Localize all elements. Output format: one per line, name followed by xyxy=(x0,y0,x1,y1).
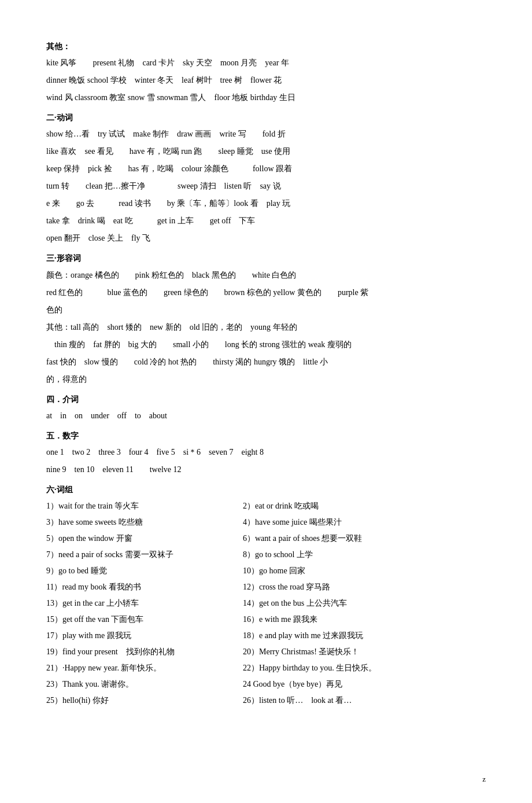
other-nouns-line-2: dinner 晚饭 school 学校 winter 冬天 leaf 树叶 tr… xyxy=(46,72,486,89)
section-verbs-title: 二·动词 xyxy=(46,110,486,125)
prep-line-1: at in on under off to about xyxy=(46,408,486,424)
phrase-rows: 1）wait for the train 等火车2）eat or drink 吃… xyxy=(46,498,486,709)
adj-line-7: 的，得意的 xyxy=(46,371,486,388)
phrase-left-8: 17）play with me 跟我玩 xyxy=(46,628,243,644)
phrase-left-4: 9）go to bed 睡觉 xyxy=(46,563,243,579)
phrase-row-2: 5）open the window 开窗6）want a pair of sho… xyxy=(46,531,486,547)
phrase-left-0: 1）wait for the train 等火车 xyxy=(46,498,243,514)
adj-line-2: red 红色的 blue 蓝色的 green 绿色的 brown 棕色的 yel… xyxy=(46,285,486,301)
verbs-line-1: show 给…看 try 试试 make 制作 draw 画画 write 写 … xyxy=(46,126,486,142)
section-numbers: 五．数字 one 1 two 2 three 3 four 4 five 5 s… xyxy=(46,429,486,478)
section-phrases-title: 六·词组 xyxy=(46,482,486,497)
section-other-nouns-title: 其他： xyxy=(46,39,486,54)
page-content: 其他： kite 风筝 present 礼物 card 卡片 sky 天空 mo… xyxy=(46,39,486,709)
section-phrases: 六·词组 1）wait for the train 等火车2）eat or dr… xyxy=(46,482,486,709)
phrase-left-5: 11）read my book 看我的书 xyxy=(46,579,243,595)
phrase-row-11: 23）Thank you. 谢谢你。24 Good bye（bye bye）再见 xyxy=(46,676,486,693)
phrase-row-8: 17）play with me 跟我玩18）e and play with me… xyxy=(46,628,486,644)
phrase-row-1: 3）have some sweets 吃些糖4）have some juice … xyxy=(46,514,486,531)
verbs-line-6: take 拿 drink 喝 eat 吃 get in 上车 get off 下… xyxy=(46,213,486,229)
section-adjectives-title: 三·形容词 xyxy=(46,251,486,266)
page-footer: z xyxy=(482,772,486,786)
phrase-left-7: 15）get off the van 下面包车 xyxy=(46,612,243,628)
phrase-row-9: 19）find your present 找到你的礼物20）Merry Chri… xyxy=(46,644,486,660)
phrase-right-2: 6）want a pair of shoes 想要一双鞋 xyxy=(243,531,362,547)
phrase-right-9: 20）Merry Christmas! 圣诞快乐！ xyxy=(243,644,359,660)
section-prepositions-title: 四．介词 xyxy=(46,392,486,407)
phrase-right-5: 12）cross the road 穿马路 xyxy=(243,579,330,595)
phrase-right-3: 8）go to school 上学 xyxy=(243,547,313,563)
phrase-row-3: 7）need a pair of socks 需要一双袜子8）go to sch… xyxy=(46,547,486,563)
phrase-right-6: 14）get on the bus 上公共汽车 xyxy=(243,595,347,612)
numbers-line-2: nine 9 ten 10 eleven 11 twelve 12 xyxy=(46,462,486,478)
phrase-right-0: 2）eat or drink 吃或喝 xyxy=(243,498,319,514)
verbs-line-3: keep 保持 pick 捡 has 有，吃喝 colour 涂颜色 follo… xyxy=(46,161,486,177)
section-adjectives: 三·形容词 颜色：orange 橘色的 pink 粉红色的 black 黑色的 … xyxy=(46,251,486,387)
phrase-row-12: 25）hello(hi) 你好26）listen to 听… look at 看… xyxy=(46,693,486,709)
phrase-row-6: 13）get in the car 上小轿车14）get on the bus … xyxy=(46,595,486,612)
phrase-left-11: 23）Thank you. 谢谢你。 xyxy=(46,676,243,693)
verbs-line-2: like 喜欢 see 看见 have 有，吃喝 run 跑 sleep 睡觉 … xyxy=(46,143,486,160)
phrase-row-0: 1）wait for the train 等火车2）eat or drink 吃… xyxy=(46,498,486,514)
phrase-right-10: 22）Happy birthday to you. 生日快乐。 xyxy=(243,660,376,676)
phrase-left-1: 3）have some sweets 吃些糖 xyxy=(46,514,243,531)
section-numbers-title: 五．数字 xyxy=(46,429,486,443)
adj-line-5: thin 瘦的 fat 胖的 big 大的 small 小的 long 长的 s… xyxy=(46,337,486,353)
adj-line-1: 颜色：orange 橘色的 pink 粉红色的 black 黑色的 white … xyxy=(46,267,486,283)
phrase-right-4: 10）go home 回家 xyxy=(243,563,305,579)
phrase-left-2: 5）open the window 开窗 xyxy=(46,531,243,547)
verbs-line-4: turn 转 clean 把…擦干净 sweep 清扫 listen 听 say… xyxy=(46,178,486,194)
phrase-right-1: 4）have some juice 喝些果汁 xyxy=(243,514,342,531)
adj-line-3: 色的 xyxy=(46,302,486,318)
section-prepositions: 四．介词 at in on under off to about xyxy=(46,392,486,424)
other-nouns-line-3: wind 风 classroom 教室 snow 雪 snowman 雪人 fl… xyxy=(46,90,486,106)
adj-line-6: fast 快的 slow 慢的 cold 冷的 hot 热的 thirsty 渴… xyxy=(46,354,486,370)
phrase-row-10: 21）·Happy new year. 新年快乐。22）Happy birthd… xyxy=(46,660,486,676)
phrase-row-5: 11）read my book 看我的书12）cross the road 穿马… xyxy=(46,579,486,595)
phrase-right-8: 18）e and play with me 过来跟我玩 xyxy=(243,628,363,644)
phrase-right-7: 16）e with me 跟我来 xyxy=(243,612,317,628)
phrase-left-3: 7）need a pair of socks 需要一双袜子 xyxy=(46,547,243,563)
verbs-line-5: e 来 go 去 read 读书 by 乘〔车，船等〕look 看 play 玩 xyxy=(46,196,486,212)
adj-line-4: 其他：tall 高的 short 矮的 new 新的 old 旧的，老的 you… xyxy=(46,319,486,336)
verbs-line-7: open 翻开 close 关上 fly 飞 xyxy=(46,230,486,246)
section-other-nouns: 其他： kite 风筝 present 礼物 card 卡片 sky 天空 mo… xyxy=(46,39,486,106)
phrase-left-12: 25）hello(hi) 你好 xyxy=(46,693,243,709)
phrase-right-11: 24 Good bye（bye bye）再见 xyxy=(243,676,342,693)
phrase-row-4: 9）go to bed 睡觉10）go home 回家 xyxy=(46,563,486,579)
phrase-left-6: 13）get in the car 上小轿车 xyxy=(46,595,243,612)
phrase-left-10: 21）·Happy new year. 新年快乐。 xyxy=(46,660,243,676)
phrase-row-7: 15）get off the van 下面包车16）e with me 跟我来 xyxy=(46,612,486,628)
phrase-right-12: 26）listen to 听… look at 看… xyxy=(243,693,352,709)
phrase-left-9: 19）find your present 找到你的礼物 xyxy=(46,644,243,660)
other-nouns-line-1: kite 风筝 present 礼物 card 卡片 sky 天空 moon 月… xyxy=(46,55,486,71)
section-verbs: 二·动词 show 给…看 try 试试 make 制作 draw 画画 wri… xyxy=(46,110,486,246)
numbers-line-1: one 1 two 2 three 3 four 4 five 5 si＊6 s… xyxy=(46,444,486,461)
